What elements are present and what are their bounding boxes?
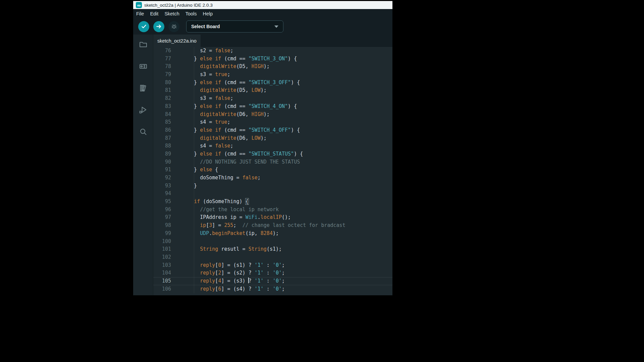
line-number[interactable]: 76: [153, 47, 182, 55]
line-number[interactable]: 88: [153, 142, 182, 150]
line-number[interactable]: 80: [153, 79, 182, 87]
code-text: reply[6] = (s4) ? '1' : '0';: [182, 285, 285, 293]
line-number[interactable]: 93: [153, 182, 182, 190]
code-token: String: [249, 246, 267, 252]
line-number[interactable]: 81: [153, 86, 182, 95]
code-line[interactable]: 106 reply[6] = (s4) ? '1' : '0';: [153, 285, 392, 293]
line-number[interactable]: 92: [153, 174, 182, 182]
code-line[interactable]: 100: [153, 238, 392, 246]
code-token: ;: [227, 119, 230, 125]
line-number[interactable]: 86: [153, 126, 182, 134]
upload-button[interactable]: [153, 21, 164, 32]
verify-button[interactable]: [138, 21, 149, 32]
line-number[interactable]: 99: [153, 230, 182, 238]
code-text: digitalWrite(D6, HIGH);: [182, 111, 270, 119]
code-token: [182, 222, 200, 228]
menu-sketch[interactable]: Sketch: [161, 11, 182, 16]
line-number[interactable]: 90: [153, 158, 182, 166]
line-number[interactable]: 102: [153, 253, 182, 261]
code-token: [212, 151, 215, 157]
code-line[interactable]: 76 s2 = false;: [153, 47, 392, 55]
line-number[interactable]: 104: [153, 269, 182, 277]
code-line[interactable]: 80 } else if (cmd == "SWITCH_3_OFF") {: [153, 79, 392, 87]
code-token: [212, 79, 215, 85]
menu-edit[interactable]: Edit: [147, 11, 161, 16]
code-token: ] = (s4) ?: [221, 286, 254, 292]
code-line[interactable]: 98 ip[3] = 255; // change last octect fo…: [153, 222, 392, 230]
code-token: .: [258, 214, 261, 220]
library-manager-icon[interactable]: [139, 83, 148, 93]
code-line[interactable]: 79 s3 = true;: [153, 71, 392, 79]
code-token: WiFi: [246, 214, 258, 220]
code-line[interactable]: 102: [153, 253, 392, 261]
debugger-icon[interactable]: [139, 105, 148, 115]
code-text: } else if (cmd == "SWITCH_4_OFF") {: [182, 126, 300, 134]
code-line[interactable]: 105 reply[4] = (s3) ? '1' : '0';: [153, 277, 392, 285]
sketchbook-folder-icon[interactable]: [139, 40, 148, 49]
code-line[interactable]: 97 IPAddress ip = WiFi.localIP();: [153, 214, 392, 222]
code-token: [182, 87, 200, 93]
code-line[interactable]: 81 digitalWrite(D5, LOW);: [153, 86, 392, 95]
line-number[interactable]: 91: [153, 166, 182, 174]
line-number[interactable]: 84: [153, 111, 182, 119]
code-token: :: [264, 270, 273, 276]
code-line[interactable]: 96 //get the local ip network: [153, 206, 392, 214]
code-editor[interactable]: 76 s2 = false;77 } else if (cmd == "SWIT…: [153, 47, 392, 295]
code-token: s4 =: [182, 119, 215, 125]
code-line[interactable]: 94: [153, 190, 392, 198]
code-line[interactable]: 83 } else if (cmd == "SWITCH_4_ON") {: [153, 103, 392, 111]
code-line[interactable]: 84 digitalWrite(D6, HIGH);: [153, 111, 392, 119]
line-number[interactable]: 106: [153, 285, 182, 293]
code-token: else: [200, 167, 212, 173]
search-icon[interactable]: [139, 127, 148, 136]
line-number[interactable]: 100: [153, 238, 182, 246]
line-number[interactable]: 98: [153, 222, 182, 230]
tab-bar: sketch_oct22a.ino: [153, 35, 392, 47]
code-line[interactable]: 89 } else if (cmd == "SWITCH_STATUS") {: [153, 150, 392, 158]
code-line[interactable]: 93 }: [153, 182, 392, 190]
menu-help[interactable]: Help: [200, 11, 216, 16]
code-line[interactable]: 90 //DO NOTHING JUST SEND THE STATUS: [153, 158, 392, 166]
tab-sketch-file[interactable]: sketch_oct22a.ino: [153, 35, 201, 47]
line-number[interactable]: 79: [153, 71, 182, 79]
line-number[interactable]: 78: [153, 63, 182, 71]
line-number[interactable]: 77: [153, 55, 182, 63]
code-line[interactable]: 86 } else if (cmd == "SWITCH_4_OFF") {: [153, 126, 392, 134]
code-line[interactable]: 88 s4 = false;: [153, 142, 392, 150]
code-line[interactable]: 95 if (doSomeThing) {: [153, 198, 392, 206]
menu-file[interactable]: File: [133, 11, 147, 16]
boards-manager-icon[interactable]: [139, 62, 148, 71]
debug-button[interactable]: [168, 21, 179, 32]
menu-tools[interactable]: Tools: [182, 11, 200, 16]
code-line[interactable]: 87 digitalWrite(D6, LOW);: [153, 134, 392, 142]
line-number[interactable]: 96: [153, 206, 182, 214]
line-number[interactable]: 85: [153, 118, 182, 126]
line-number[interactable]: 97: [153, 214, 182, 222]
board-selector-dropdown[interactable]: Select Board: [186, 20, 283, 33]
code-line[interactable]: 99 UDP.beginPacket(ip, 8284);: [153, 230, 392, 238]
line-number[interactable]: 83: [153, 103, 182, 111]
code-line[interactable]: 101 String resutl = String(s1);: [153, 245, 392, 253]
code-line[interactable]: 85 s4 = true;: [153, 118, 392, 126]
code-token: :: [264, 286, 273, 292]
code-text: reply[2] = (s2) ? '1' : '0';: [182, 269, 285, 277]
code-token: '0': [273, 278, 282, 284]
line-number[interactable]: 82: [153, 95, 182, 103]
line-number[interactable]: 87: [153, 134, 182, 142]
code-token: doSomeThing =: [182, 175, 243, 181]
line-number[interactable]: 103: [153, 261, 182, 269]
code-token: "SWITCH_4_OFF": [249, 127, 291, 133]
line-number[interactable]: 101: [153, 245, 182, 253]
code-line[interactable]: 91 } else {: [153, 166, 392, 174]
line-number[interactable]: 89: [153, 150, 182, 158]
code-line[interactable]: 78 digitalWrite(D5, HIGH);: [153, 63, 392, 71]
code-line[interactable]: 92 doSomeThing = false;: [153, 174, 392, 182]
code-line[interactable]: 77 } else if (cmd == "SWITCH_3_ON") {: [153, 55, 392, 63]
line-number[interactable]: 105: [153, 277, 182, 285]
code-line[interactable]: 104 reply[2] = (s2) ? '1' : '0';: [153, 269, 392, 277]
line-number[interactable]: 95: [153, 198, 182, 206]
line-number[interactable]: 94: [153, 190, 182, 198]
code-line[interactable]: 103 reply[0] = (s1) ? '1' : '0';: [153, 261, 392, 269]
code-token: LOW: [252, 135, 261, 141]
code-line[interactable]: 82 s3 = false;: [153, 95, 392, 103]
